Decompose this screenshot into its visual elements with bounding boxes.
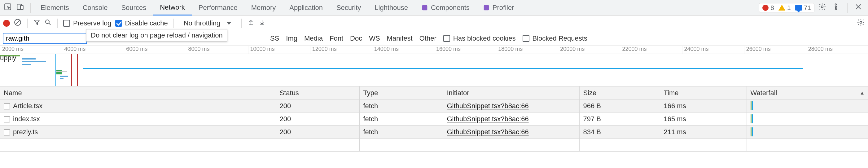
- more-icon[interactable]: [830, 3, 842, 13]
- tooltip: Do not clear log on page reload / naviga…: [86, 29, 227, 41]
- cell-waterfall: [747, 125, 868, 139]
- col-name[interactable]: Name: [0, 86, 276, 100]
- filter-type[interactable]: Img: [286, 34, 298, 43]
- table-row[interactable]: Article.tsx 200 fetch GithubSnippet.tsx?…: [0, 100, 868, 113]
- tab-components[interactable]: Components: [415, 0, 476, 15]
- col-status[interactable]: Status: [276, 86, 359, 100]
- cell-status: 200: [276, 113, 359, 125]
- search-icon[interactable]: [44, 19, 52, 28]
- col-size[interactable]: Size: [579, 86, 660, 100]
- timeline-tick: 6000 ms: [124, 46, 186, 54]
- console-status-pill[interactable]: 8 1 71: [759, 3, 814, 12]
- timeline-tick: 2000 ms: [0, 46, 62, 54]
- filter-type[interactable]: Manifest: [387, 34, 413, 43]
- filter-type[interactable]: WS: [369, 34, 380, 43]
- filter-type[interactable]: Doc: [350, 34, 362, 43]
- tab-console[interactable]: Console: [76, 0, 115, 15]
- tab-memory[interactable]: Memory: [244, 0, 282, 15]
- filter-type[interactable]: Other: [420, 34, 436, 43]
- checkbox-icon: [63, 20, 70, 27]
- download-har-icon[interactable]: [258, 19, 266, 28]
- svg-point-6: [835, 4, 836, 5]
- table-row[interactable]: index.tsx 200 fetch GithubSnippet.tsx?b8…: [0, 113, 868, 125]
- network-settings-icon[interactable]: [857, 18, 865, 28]
- tab-network[interactable]: Network: [153, 0, 192, 16]
- tab-label: Sources: [121, 4, 146, 12]
- col-time[interactable]: Time: [660, 86, 747, 100]
- row-checkbox[interactable]: [4, 103, 10, 109]
- tab-label: Performance: [198, 4, 238, 12]
- divider: [174, 19, 174, 28]
- row-checkbox[interactable]: [4, 116, 10, 122]
- filter-input[interactable]: [3, 33, 87, 44]
- tab-application[interactable]: Application: [282, 0, 330, 15]
- table-row: [0, 139, 868, 151]
- col-waterfall[interactable]: Waterfall▲: [747, 86, 868, 100]
- svg-point-8: [835, 8, 836, 9]
- timeline-tick: 8000 ms: [186, 46, 248, 54]
- filter-type[interactable]: Media: [304, 34, 323, 43]
- tab-lighthouse[interactable]: Lighthouse: [368, 0, 415, 15]
- tick-label: 22000 ms: [622, 46, 647, 52]
- filter-type[interactable]: Font: [330, 34, 343, 43]
- table-row[interactable]: prezly.ts 200 fetch GithubSnippet.tsx?b8…: [0, 125, 868, 139]
- tab-security[interactable]: Security: [330, 0, 368, 15]
- svg-point-5: [821, 6, 824, 8]
- preserve-log-checkbox[interactable]: Preserve log: [63, 19, 112, 27]
- checkbox-label: Blocked Requests: [532, 34, 587, 43]
- svg-point-10: [45, 20, 49, 24]
- col-initiator[interactable]: Initiator: [443, 86, 579, 100]
- tab-label: Components: [431, 4, 470, 12]
- cell-waterfall: [747, 100, 868, 113]
- divider: [30, 3, 31, 13]
- initiator-link[interactable]: GithubSnippet.tsx?b8ac:66: [447, 102, 529, 110]
- throttling-select[interactable]: No throttling: [179, 19, 236, 27]
- disable-cache-checkbox[interactable]: Disable cache: [115, 19, 168, 27]
- tick-label: 10000 ms: [250, 46, 275, 52]
- header-label: Name: [4, 89, 22, 97]
- count-value: 8: [770, 4, 774, 11]
- tab-label: Application: [289, 4, 323, 12]
- record-button[interactable]: [3, 20, 10, 27]
- tick-label: 20000 ms: [560, 46, 585, 52]
- settings-icon[interactable]: [818, 3, 826, 13]
- filter-type[interactable]: SS: [270, 34, 279, 43]
- svg-rect-3: [422, 5, 428, 10]
- tab-sources[interactable]: Sources: [114, 0, 153, 15]
- timeline-tick: 16000 ms: [434, 46, 496, 54]
- timeline-tick: 26000 ms: [744, 46, 806, 54]
- timeline-ruler: 2000 ms 4000 ms 6000 ms 8000 ms 10000 ms…: [0, 46, 868, 54]
- filter-icon[interactable]: [33, 19, 40, 28]
- cell-type: fetch: [359, 125, 443, 139]
- tick-label: 14000 ms: [374, 46, 399, 52]
- svg-point-11: [860, 21, 862, 23]
- blocked-requests-checkbox[interactable]: Blocked Requests: [523, 34, 587, 43]
- cell-status: 200: [276, 100, 359, 113]
- device-toolbar-icon[interactable]: [16, 3, 24, 13]
- checkbox-icon: [115, 20, 122, 27]
- cell-size: 834 B: [579, 125, 660, 139]
- checkbox-label: Has blocked cookies: [453, 34, 516, 43]
- upload-har-icon[interactable]: [247, 19, 255, 28]
- cell-name: index.tsx: [13, 115, 40, 123]
- cell-name: Article.tsx: [13, 102, 42, 110]
- tab-performance[interactable]: Performance: [192, 0, 244, 15]
- clear-icon[interactable]: [13, 18, 22, 28]
- checkbox-label: Preserve log: [73, 19, 112, 27]
- row-checkbox[interactable]: [4, 129, 10, 136]
- col-type[interactable]: Type: [359, 86, 443, 100]
- initiator-link[interactable]: GithubSnippet.tsx?b8ac:66: [447, 115, 529, 123]
- has-blocked-cookies-checkbox[interactable]: Has blocked cookies: [443, 34, 516, 43]
- tab-profiler[interactable]: Profiler: [476, 0, 521, 15]
- cell-status: 200: [276, 125, 359, 139]
- tab-elements[interactable]: Elements: [34, 0, 76, 15]
- close-icon[interactable]: [853, 3, 864, 13]
- network-timeline[interactable]: 2000 ms 4000 ms 6000 ms 8000 ms 10000 ms…: [0, 46, 868, 86]
- inspect-element-icon[interactable]: [4, 3, 12, 13]
- tab-label: Lighthouse: [374, 4, 408, 12]
- tick-label: 2000 ms: [2, 46, 24, 52]
- tab-label: Security: [336, 4, 361, 12]
- timeline-tick: 22000 ms: [620, 46, 682, 54]
- initiator-link[interactable]: GithubSnippet.tsx?b8ac:66: [447, 128, 529, 136]
- svg-rect-2: [21, 5, 23, 9]
